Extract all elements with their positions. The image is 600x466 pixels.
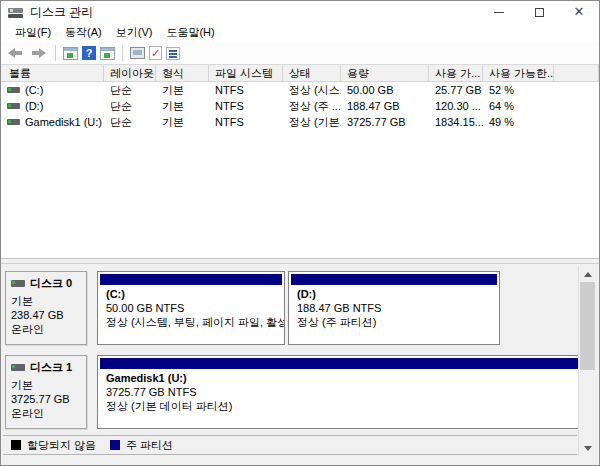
volume-status: 정상 (시스... (283, 83, 341, 98)
partition-color-bar (100, 358, 580, 369)
primary-partition-label: 주 파티션 (126, 438, 173, 453)
partition-legend: 할당되지 않음 주 파티션 (3, 435, 577, 455)
toolbar-separator (122, 45, 123, 61)
volume-icon (7, 119, 20, 125)
volume-type: 기본 (156, 115, 209, 130)
volume-filesystem: NTFS (209, 84, 283, 96)
volume-status: 정상 (기본... (283, 115, 341, 130)
minimize-icon (494, 12, 504, 13)
help-icon[interactable]: ? (82, 46, 96, 60)
volume-row-u[interactable]: Gamedisk1 (U:) 단순 기본 NTFS 정상 (기본... 3725… (1, 114, 599, 130)
volume-capacity: 188.47 GB (341, 100, 429, 112)
column-header-filler (554, 65, 599, 81)
scroll-up-button[interactable] (579, 266, 596, 282)
volume-capacity: 3725.77 GB (341, 116, 429, 128)
disk-1-row: 디스크 1 기본 3725.77 GB 온라인 Gamedisk1 (U:) 3… (5, 355, 599, 429)
volume-layout: 단순 (104, 115, 156, 130)
menu-help[interactable]: 도움말(H) (159, 23, 221, 42)
disk-size: 3725.77 GB (11, 392, 82, 406)
menu-bar: 파일(F) 동작(A) 보기(V) 도움말(H) (1, 23, 599, 42)
minimize-button[interactable] (479, 1, 519, 23)
disk-icon (11, 364, 25, 371)
volume-row-c[interactable]: (C:) 단순 기본 NTFS 정상 (시스... 50.00 GB 25.77… (1, 82, 599, 98)
volume-percent: 49 % (483, 116, 554, 128)
disk-icon (11, 280, 25, 287)
disk-0-label[interactable]: 디스크 0 기본 238.47 GB 온라인 (5, 271, 87, 345)
forward-arrow-icon[interactable] (31, 48, 46, 58)
volume-type: 기본 (156, 83, 209, 98)
partition-info: 3725.77 GB NTFS (106, 385, 578, 399)
back-arrow-icon[interactable] (8, 48, 23, 58)
unallocated-label: 할당되지 않음 (27, 438, 96, 453)
scroll-down-icon (584, 446, 592, 451)
scroll-down-button[interactable] (579, 440, 596, 456)
close-button[interactable]: ✕ (559, 1, 599, 23)
disk-0-row: 디스크 0 기본 238.47 GB 온라인 (C:) 50.00 GB NTF… (5, 271, 599, 345)
column-header-free[interactable]: 사용 가... (429, 65, 483, 81)
volume-name: (D:) (25, 100, 43, 112)
partition-info: 50.00 GB NTFS (106, 301, 280, 315)
partition-info: 188.47 GB NTFS (297, 301, 495, 315)
volume-type: 기본 (156, 99, 209, 114)
partition-color-bar (291, 274, 497, 285)
column-header-filesystem[interactable]: 파일 시스템 (209, 65, 283, 81)
scrollbar-thumb[interactable] (580, 282, 595, 370)
volume-capacity: 50.00 GB (341, 84, 429, 96)
disk-type: 기본 (11, 294, 82, 308)
partition-color-bar (100, 274, 282, 285)
primary-partition-swatch (110, 440, 120, 450)
window-title: 디스크 관리 (30, 4, 93, 21)
column-header-capacity[interactable]: 용량 (341, 65, 429, 81)
volume-list-header: 볼륨 레이아웃 형식 파일 시스템 상태 용량 사용 가... 사용 가능한..… (1, 65, 599, 82)
volume-layout: 단순 (104, 99, 156, 114)
toolbar: ? ✓ (1, 42, 599, 65)
partition-c[interactable]: (C:) 50.00 GB NTFS 정상 (시스템, 부팅, 페이지 파일, … (97, 271, 285, 345)
menu-action[interactable]: 동작(A) (58, 23, 109, 42)
volume-free: 1834.15... (429, 116, 483, 128)
scroll-up-icon (584, 272, 592, 277)
disk-management-window: 디스크 관리 ✕ 파일(F) 동작(A) 보기(V) 도움말(H) ? ✓ 볼륨… (0, 0, 600, 466)
volume-status: 정상 (주 ... (283, 99, 341, 114)
column-header-status[interactable]: 상태 (283, 65, 341, 81)
column-header-type[interactable]: 형식 (156, 65, 209, 81)
console-tree-icon[interactable] (63, 47, 78, 60)
column-header-volume[interactable]: 볼륨 (1, 65, 104, 81)
volume-percent: 64 % (483, 100, 554, 112)
unallocated-swatch (11, 440, 21, 450)
volume-list-pane: 볼륨 레이아웃 형식 파일 시스템 상태 용량 사용 가... 사용 가능한..… (1, 65, 599, 259)
volume-free: 25.77 GB (429, 84, 483, 96)
disk-management-app-icon (8, 6, 23, 18)
disk-size: 238.47 GB (11, 308, 82, 322)
partition-d[interactable]: (D:) 188.47 GB NTFS 정상 (주 파티션) (288, 271, 500, 345)
disk-1-label[interactable]: 디스크 1 기본 3725.77 GB 온라인 (5, 355, 87, 429)
partition-status: 정상 (기본 데이터 파티션) (106, 399, 578, 413)
menu-file[interactable]: 파일(F) (8, 23, 58, 42)
partition-status: 정상 (시스템, 부팅, 페이지 파일, 활성, 주 (106, 315, 280, 329)
partition-u[interactable]: Gamedisk1 (U:) 3725.77 GB NTFS 정상 (기본 데이… (97, 355, 583, 429)
column-header-percent[interactable]: 사용 가능한... (483, 65, 554, 81)
volume-icon (7, 103, 20, 109)
disk-type: 기본 (11, 378, 82, 392)
volume-row-d[interactable]: (D:) 단순 기본 NTFS 정상 (주 ... 188.47 GB 120.… (1, 98, 599, 114)
volume-filesystem: NTFS (209, 116, 283, 128)
partition-name: (D:) (297, 287, 495, 301)
volume-percent: 52 % (483, 84, 554, 96)
menu-view[interactable]: 보기(V) (109, 23, 160, 42)
volume-layout: 단순 (104, 83, 156, 98)
disk-name: 디스크 0 (30, 276, 72, 291)
maximize-button[interactable] (519, 1, 559, 23)
vertical-scrollbar[interactable] (578, 266, 595, 456)
column-header-layout[interactable]: 레이아웃 (104, 65, 156, 81)
close-icon: ✕ (574, 7, 585, 17)
partition-name: Gamedisk1 (U:) (106, 371, 578, 385)
volume-filesystem: NTFS (209, 100, 283, 112)
disk-name: 디스크 1 (30, 360, 72, 375)
properties-list-icon[interactable] (166, 47, 180, 60)
disk-status: 온라인 (11, 322, 82, 336)
toolbar-separator (55, 45, 56, 61)
check-document-icon[interactable]: ✓ (149, 46, 162, 60)
volume-name: (C:) (25, 84, 43, 96)
action-pane-icon[interactable] (100, 47, 115, 60)
display-icon[interactable] (130, 47, 145, 59)
title-bar: 디스크 관리 ✕ (1, 1, 599, 23)
